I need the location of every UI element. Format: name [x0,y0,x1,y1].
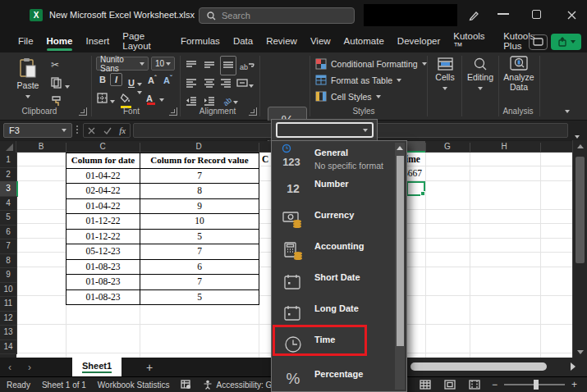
column-header-g[interactable]: G [444,142,451,151]
table-row[interactable]: 01-08-236 [66,260,259,276]
pen-mode-icon[interactable] [468,9,480,25]
font-size-select[interactable]: 10 [151,57,175,71]
decrease-font-button[interactable]: Aˇ [163,74,172,85]
table-row[interactable]: 01-04-229 [66,199,259,215]
underline-button[interactable]: U [128,75,142,89]
menu-item-number[interactable]: 12 Number [272,176,393,204]
select-all-corner[interactable] [0,141,16,153]
row-header-14[interactable]: 14 [0,340,17,355]
enter-check-icon[interactable] [103,127,112,134]
italic-button[interactable]: I [110,73,122,86]
row-header-10[interactable]: 10 [0,282,17,298]
tab-formulas[interactable]: Formulas [174,32,227,52]
cut-button[interactable]: ✂ [51,59,59,71]
row-header-8[interactable]: 8 [0,253,17,269]
row-header-4[interactable]: 4 [0,196,17,212]
editing-button[interactable]: Editing [465,57,496,92]
page-break-view-icon[interactable] [469,380,480,390]
minimize-button[interactable] [498,13,509,15]
column-header-f-selected[interactable] [407,141,425,153]
table-row[interactable]: 01-08-237 [66,275,259,290]
table-row[interactable]: 01-08-235 [66,290,259,305]
normal-view-icon[interactable] [420,380,431,390]
zoom-in-button[interactable]: + [571,379,577,390]
zoom-slider[interactable] [504,384,565,385]
vertical-scroll-thumb[interactable] [576,157,585,263]
table-row[interactable]: 05-12-237 [66,244,259,260]
tab-home[interactable]: Home [40,32,80,52]
cells-button[interactable]: Cells [430,57,460,92]
row-header-5[interactable]: 5 [0,210,17,226]
analyze-data-button[interactable]: AnalyzeData [501,56,537,92]
macro-record-icon[interactable] [181,380,191,390]
tab-insert[interactable]: Insert [79,32,116,52]
close-button[interactable] [566,9,577,20]
align-right-button[interactable] [220,76,232,91]
table-header-date[interactable]: Column for date [66,153,140,168]
table-row[interactable]: 01-12-2210 [66,214,259,230]
align-center-button[interactable] [204,76,215,91]
menu-item-percentage[interactable]: % Percentage [272,367,393,392]
conditional-formatting-button[interactable]: Conditional Formatting [315,58,427,70]
row-header-2[interactable]: 2 [0,167,17,183]
horizontal-scroll-thumb[interactable] [410,362,547,371]
fill-color-button[interactable] [120,91,142,106]
maximize-button[interactable] [532,10,541,19]
table-header-value[interactable]: Column for Record value [140,153,259,168]
cancel-icon[interactable] [88,127,95,134]
scroll-right-icon[interactable] [571,362,576,371]
zoom-slider-thumb[interactable] [534,380,539,390]
menu-item-accounting[interactable]: Accounting [272,239,393,267]
menu-item-short-date[interactable]: Short Date [272,270,393,298]
menu-scroll-up-icon[interactable] [397,146,403,150]
workbook-statistics-button[interactable]: Workbook Statistics [98,381,170,390]
next-sheet-icon[interactable]: › [20,362,39,373]
tab-review[interactable]: Review [259,32,304,52]
horizontal-scrollbar[interactable] [408,358,587,376]
align-top-button[interactable] [186,58,197,73]
wrap-text-button[interactable]: ab [240,58,255,73]
font-dialog-launcher[interactable] [169,107,177,116]
scroll-down-icon[interactable] [577,350,584,354]
data-table[interactable]: Column for dateColumn for Record value 0… [66,153,259,305]
search-input[interactable]: Search [199,7,355,24]
row-header-1[interactable]: 1 [0,153,17,168]
table-row[interactable]: 01-12-225 [66,230,259,245]
orientation-button[interactable]: ab [223,93,238,107]
zoom-out-button[interactable]: − [492,379,498,390]
row-header-7[interactable]: 7 [0,239,17,254]
scroll-up-icon[interactable] [577,144,584,148]
cell-styles-button[interactable]: Cell Styles [315,91,381,102]
document-title[interactable]: New Microsoft Excel Worksheet.xlsx [49,10,205,20]
tab-automate[interactable]: Automate [337,32,391,52]
tab-developer[interactable]: Developer [391,32,447,52]
share-button[interactable] [551,34,581,50]
table-row[interactable]: 02-04-228 [66,184,259,199]
comments-button[interactable] [529,34,548,50]
column-header-b[interactable]: B [39,142,44,151]
row-header-9[interactable]: 9 [0,267,17,283]
alignment-dialog-launcher[interactable] [249,107,257,116]
merge-center-button[interactable] [236,76,254,91]
tab-file[interactable]: File [11,32,40,52]
increase-font-button[interactable]: Aˆ [148,74,157,85]
font-color-button[interactable]: A [146,90,164,105]
add-sheet-button[interactable]: + [146,361,153,374]
column-header-h[interactable]: H [501,142,507,151]
row-header-12[interactable]: 12 [0,311,17,326]
row-header-3-selected[interactable]: 3 [0,181,18,197]
font-name-select[interactable]: Nunito Sans [96,57,149,71]
clipboard-dialog-launcher[interactable] [79,107,87,116]
number-format-combobox[interactable] [276,122,374,138]
align-middle-button[interactable] [204,58,215,73]
tab-view[interactable]: View [304,32,337,52]
menu-item-general[interactable]: 123 General No specific format [272,145,393,173]
align-left-button[interactable] [186,76,197,91]
row-header-13[interactable]: 13 [0,325,17,340]
active-cell-f3[interactable] [406,181,425,196]
tab-data[interactable]: Data [227,32,259,52]
paste-button[interactable]: Paste [10,57,46,100]
menu-scroll-thumb[interactable] [397,156,404,346]
bold-button[interactable]: B [99,75,106,84]
menu-scrollbar[interactable] [395,143,405,390]
